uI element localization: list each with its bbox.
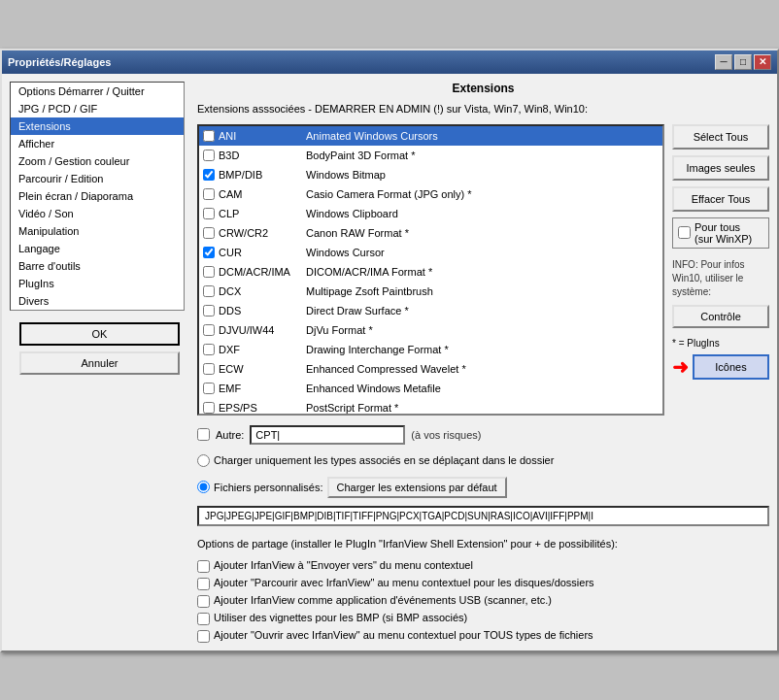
ext-name: CAM xyxy=(219,188,306,200)
ext-row-ecw[interactable]: ECWEnhanced Compressed Wavelet * xyxy=(199,359,662,379)
option-checkbox-parcourir-avec[interactable] xyxy=(197,578,210,590)
sidebar-item-zoom-gestion[interactable]: Zoom / Gestion couleur xyxy=(11,152,184,170)
controle-button[interactable]: Contrôle xyxy=(672,305,769,328)
option-label-envoyer-vers: Ajouter IrfanView à "Envoyer vers" du me… xyxy=(214,559,473,571)
option-row-vignettes: Utiliser des vignettes pour les BMP (si … xyxy=(197,612,769,625)
option-label-parcourir-avec: Ajouter "Parcourir avec IrfanView" au me… xyxy=(214,577,594,588)
ext-row-eps-ps[interactable]: EPS/PSPostScript Format * xyxy=(199,398,662,416)
autre-checkbox[interactable] xyxy=(197,428,210,441)
ext-desc: Direct Draw Surface * xyxy=(306,305,659,317)
ext-checkbox-clp[interactable] xyxy=(203,208,215,219)
ext-name: EPS/PS xyxy=(219,402,306,414)
ext-row-dcm-acr/ima[interactable]: DCM/ACR/IMADICOM/ACR/IMA Format * xyxy=(199,262,662,282)
option-checkbox-envoyer-vers[interactable] xyxy=(197,560,210,573)
option-checkbox-vignettes[interactable] xyxy=(197,613,210,625)
ext-checkbox-ecw[interactable] xyxy=(203,363,215,375)
ext-desc: Windows Cursor xyxy=(306,247,659,258)
icones-button[interactable]: Icônes xyxy=(693,354,769,380)
ext-checkbox-b3d[interactable] xyxy=(203,150,215,161)
section-title: Extensions xyxy=(197,82,769,95)
sidebar-item-langage[interactable]: Langage xyxy=(11,240,184,257)
effacer-tous-button[interactable]: Effacer Tous xyxy=(672,186,769,212)
extensions-area: ANIAnimated Windows CursorsB3DBodyPaint … xyxy=(197,124,769,416)
ext-row-ani[interactable]: ANIAnimated Windows Cursors xyxy=(199,126,662,146)
option-label-usb: Ajouter IrfanView comme application d'év… xyxy=(214,594,552,606)
pour-tous-checkbox[interactable] xyxy=(678,226,691,239)
ext-desc: Multipage Zsoft Paintbrush xyxy=(306,285,659,297)
ext-row-cam[interactable]: CAMCasio Camera Format (JPG only) * xyxy=(199,184,662,204)
pour-tous-group: Pour tous (sur WinXP) xyxy=(672,217,769,249)
ext-checkbox-dcm-acr/ima[interactable] xyxy=(203,266,215,278)
sidebar-item-barre-outils[interactable]: Barre d'outils xyxy=(11,257,184,275)
select-tous-button[interactable]: Sélect Tous xyxy=(672,124,769,150)
maximize-button[interactable]: □ xyxy=(734,54,752,70)
ext-checkbox-cur[interactable] xyxy=(203,247,215,258)
ext-desc: Casio Camera Format (JPG only) * xyxy=(306,188,659,200)
autre-row: Autre: (à vos risques) xyxy=(197,425,769,445)
ext-row-djvu-iw44[interactable]: DJVU/IW44DjVu Format * xyxy=(199,320,662,340)
autre-input[interactable] xyxy=(250,425,405,445)
sidebar-item-manipulation[interactable]: Manipulation xyxy=(11,222,184,240)
ext-row-bmp-dib[interactable]: BMP/DIBWindows Bitmap xyxy=(199,165,662,184)
arrow-icon: ➜ xyxy=(672,355,689,379)
ext-desc: DjVu Format * xyxy=(306,324,659,336)
ext-desc: Windows Clipboard xyxy=(306,208,659,219)
ext-checkbox-emf[interactable] xyxy=(203,383,215,394)
ext-checkbox-cam[interactable] xyxy=(203,188,215,200)
radio1-input[interactable] xyxy=(197,454,210,467)
sidebar-item-divers[interactable]: Divers xyxy=(11,292,184,310)
ext-row-crw-cr2[interactable]: CRW/CR2Canon RAW Format * xyxy=(199,223,662,243)
ext-row-dxf[interactable]: DXFDrawing Interchange Format * xyxy=(199,340,662,359)
minimize-button[interactable]: ─ xyxy=(715,54,732,70)
radio1-label: Charger uniquement les types associés en… xyxy=(214,454,554,466)
main-panel: Extensions Extensions asssociées - DEMAR… xyxy=(197,82,769,643)
option-row-usb: Ajouter IrfanView comme application d'év… xyxy=(197,594,769,608)
sidebar-item-afficher[interactable]: Afficher xyxy=(11,135,184,152)
radio2-input[interactable] xyxy=(197,481,210,493)
images-seules-button[interactable]: Images seules xyxy=(672,155,769,181)
ext-name: CLP xyxy=(219,208,306,219)
ext-checkbox-crw-cr2[interactable] xyxy=(203,227,215,239)
ext-desc: PostScript Format * xyxy=(306,402,659,414)
sidebar-item-plein-ecran[interactable]: Plein écran / Diaporama xyxy=(11,187,184,205)
info-text: INFO: Pour infos Win10, utiliser le syst… xyxy=(672,258,769,299)
radio1-row: Charger uniquement les types associés en… xyxy=(197,454,769,467)
ext-name: CRW/CR2 xyxy=(219,227,306,239)
asterisk-note: * = PlugIns xyxy=(672,338,769,349)
sidebar-item-extensions[interactable]: Extensions xyxy=(11,117,184,135)
ok-button[interactable]: OK xyxy=(19,322,180,346)
option-checkbox-ouvrir-avec[interactable] xyxy=(197,630,210,643)
radio2-row: Fichiers personnalisés: Charger les exte… xyxy=(197,477,769,498)
ext-row-dds[interactable]: DDSDirect Draw Surface * xyxy=(199,301,662,320)
charger-extensions-button[interactable]: Charger les extensions par défaut xyxy=(327,477,507,498)
ext-desc: DICOM/ACR/IMA Format * xyxy=(306,266,659,278)
sidebar-buttons: OK Annuler xyxy=(10,322,189,375)
ext-name: DDS xyxy=(219,305,306,317)
extensions-list[interactable]: ANIAnimated Windows CursorsB3DBodyPaint … xyxy=(197,124,664,416)
ext-name: ECW xyxy=(219,363,306,375)
sidebar-item-options-demarrer[interactable]: Options Démarrer / Quitter xyxy=(11,83,184,100)
sidebar-item-parcourir-edition[interactable]: Parcourir / Edition xyxy=(11,170,184,187)
right-buttons: Sélect Tous Images seules Effacer Tous P… xyxy=(672,124,769,416)
ext-checkbox-ani[interactable] xyxy=(203,130,215,142)
close-button[interactable]: ✕ xyxy=(754,54,771,70)
ext-checkbox-dxf[interactable] xyxy=(203,344,215,355)
ext-row-cur[interactable]: CURWindows Cursor xyxy=(199,243,662,262)
ext-row-clp[interactable]: CLPWindows Clipboard xyxy=(199,204,662,223)
sidebar-item-jpg-pcd-gif[interactable]: JPG / PCD / GIF xyxy=(11,100,184,117)
ext-row-emf[interactable]: EMFEnhanced Windows Metafile xyxy=(199,379,662,398)
sidebar-item-video-son[interactable]: Vidéo / Son xyxy=(11,205,184,222)
ext-checkbox-dds[interactable] xyxy=(203,305,215,317)
ext-row-b3d[interactable]: B3DBodyPaint 3D Format * xyxy=(199,146,662,165)
ext-checkbox-eps-ps[interactable] xyxy=(203,402,215,414)
annuler-button[interactable]: Annuler xyxy=(19,351,180,375)
ext-checkbox-bmp-dib[interactable] xyxy=(203,169,215,181)
title-bar: Propriétés/Réglages ─ □ ✕ xyxy=(2,50,777,74)
option-checkbox-usb[interactable] xyxy=(197,595,210,608)
sidebar-item-plugins[interactable]: PlugIns xyxy=(11,275,184,292)
ext-name: ANI xyxy=(219,130,306,142)
window-title: Propriétés/Réglages xyxy=(8,56,111,68)
ext-checkbox-djvu-iw44[interactable] xyxy=(203,324,215,336)
ext-row-dcx[interactable]: DCXMultipage Zsoft Paintbrush xyxy=(199,282,662,301)
ext-checkbox-dcx[interactable] xyxy=(203,285,215,297)
